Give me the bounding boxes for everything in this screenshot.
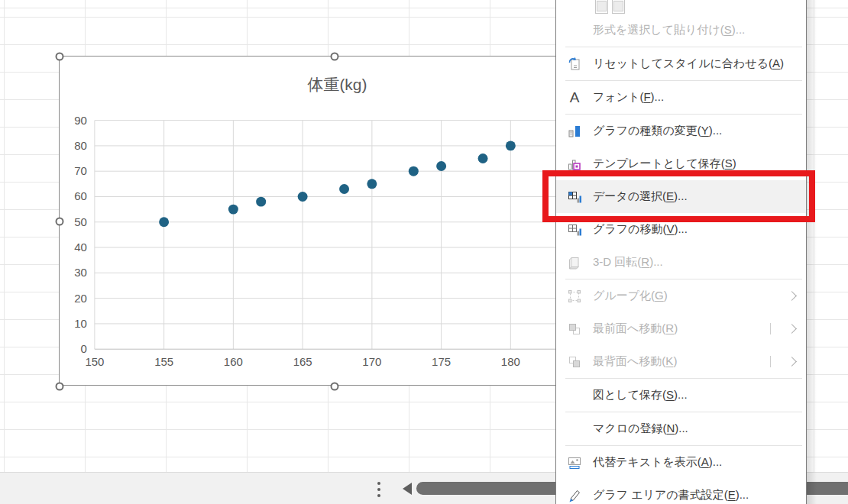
menu-item-label: 最前面へ移動(R) (593, 321, 678, 336)
rotate-3d-icon (566, 254, 583, 271)
x-tick-label: 170 (362, 355, 381, 368)
menu-item-move-chart[interactable]: グラフの移動(V)... (556, 213, 806, 246)
y-tick-label: 10 (74, 317, 87, 330)
scatter-point (478, 153, 488, 163)
scatter-point (436, 161, 446, 171)
menu-item-label: マクロの登録(N)... (593, 422, 688, 436)
excel-worksheet: 1501551601651701751800102030405060708090… (0, 0, 848, 504)
move-chart-icon (566, 221, 583, 238)
submenu-chevron-icon (787, 324, 797, 334)
x-tick-label: 180 (501, 355, 520, 368)
chart-resize-handle-left-middle[interactable] (56, 218, 64, 226)
menu-item-font[interactable]: Aフォント(F)... (556, 81, 806, 114)
y-tick-label: 0 (81, 342, 87, 355)
menu-item-bring-to-front: 最前面へ移動(R) (556, 312, 806, 345)
save-template-icon (566, 156, 583, 173)
empty-icon (566, 22, 583, 39)
scatter-point (409, 166, 419, 176)
menu-item-save-as-template[interactable]: テンプレートとして保存(S) (556, 147, 806, 180)
send-to-back-icon (566, 354, 583, 370)
menu-item-label: グラフ エリアの書式設定(E)... (593, 488, 749, 502)
group-icon (566, 288, 583, 305)
menu-item-label: 形式を選択して貼り付け(S)... (593, 23, 745, 37)
menu-item-label: リセットしてスタイルに合わせる(A) (593, 57, 784, 71)
y-tick-label: 60 (74, 189, 87, 202)
menu-item-group: グループ化(G) (556, 279, 806, 312)
alt-text-icon (566, 454, 583, 471)
menu-item-label: 3-D 回転(R)... (593, 255, 663, 270)
x-tick-label: 165 (293, 355, 312, 368)
scatter-point (256, 197, 266, 207)
scrollbar-splitter-grip-icon[interactable] (377, 482, 380, 497)
chart-resize-handle-bottom-middle[interactable] (331, 383, 339, 391)
context-menu: 形式を選択して貼り付け(S)...リセットしてスタイルに合わせる(A)Aフォント… (555, 0, 807, 504)
chart-resize-handle-top-middle[interactable] (331, 53, 339, 61)
chart-object[interactable]: 1501551601651701751800102030405060708090… (59, 56, 609, 386)
menu-item-assign-macro[interactable]: マクロの登録(N)... (556, 412, 806, 445)
scatter-point (506, 141, 516, 150)
x-tick-label: 175 (432, 355, 451, 368)
y-tick-label: 40 (74, 241, 87, 254)
menu-item-change-chart-type[interactable]: グラフの種類の変更(Y)... (556, 115, 806, 147)
x-tick-label: 160 (224, 355, 243, 368)
menu-item-label: グラフの種類の変更(Y)... (593, 124, 722, 138)
scatter-point (298, 192, 308, 202)
menu-item-label: グループ化(G) (593, 289, 668, 303)
reset-style-icon (566, 56, 583, 73)
submenu-chevron-icon (787, 291, 797, 301)
paste-option-icon[interactable] (595, 0, 608, 14)
y-tick-label: 80 (74, 139, 87, 152)
menu-item-paste-special: 形式を選択して貼り付け(S)... (556, 14, 806, 47)
scatter-point (228, 205, 238, 215)
svg-text:A: A (570, 89, 580, 105)
submenu-divider (770, 356, 771, 367)
change-chart-type-icon (566, 123, 583, 140)
scatter-point (367, 179, 377, 189)
y-tick-label: 20 (74, 292, 87, 305)
y-tick-label: 30 (74, 266, 87, 279)
menu-item-label: 代替テキストを表示(A)... (593, 455, 722, 470)
menu-item-label: フォント(F)... (593, 90, 664, 105)
select-data-icon (566, 189, 583, 205)
menu-item-alt-text[interactable]: 代替テキストを表示(A)... (556, 446, 806, 479)
submenu-chevron-icon (787, 357, 797, 367)
menu-item-3d-rotation: 3-D 回転(R)... (556, 246, 806, 279)
y-tick-label: 50 (74, 215, 87, 228)
bring-to-front-icon (566, 321, 583, 338)
chart-resize-handle-top-left[interactable] (56, 53, 64, 61)
format-chart-area-icon (566, 487, 583, 504)
menu-item-save-as-picture[interactable]: 図として保存(S)... (556, 379, 806, 412)
menu-item-send-to-back: 最背面へ移動(K) (556, 345, 806, 378)
menu-item-select-data[interactable]: データの選択(E)... (556, 180, 806, 213)
chart-resize-handle-bottom-left[interactable] (56, 383, 64, 391)
y-tick-label: 70 (74, 164, 87, 177)
font-icon: A (566, 89, 583, 106)
scatter-point (339, 184, 349, 194)
scroll-left-arrow-icon[interactable] (403, 483, 412, 495)
menu-item-label: テンプレートとして保存(S) (593, 157, 736, 171)
menu-item-paste-options[interactable] (556, 0, 806, 14)
y-tick-label: 90 (74, 114, 87, 127)
menu-item-label: 最背面へ移動(K) (593, 354, 677, 369)
scatter-point (159, 217, 169, 227)
menu-item-format-chart-area[interactable]: グラフ エリアの書式設定(E)... (556, 479, 806, 504)
x-tick-label: 150 (85, 355, 104, 368)
x-tick-label: 155 (154, 355, 173, 368)
menu-item-label: 図として保存(S)... (593, 388, 688, 402)
menu-item-reset-to-match-style[interactable]: リセットしてスタイルに合わせる(A) (556, 47, 806, 80)
scatter-chart: 1501551601651701751800102030405060708090… (60, 57, 608, 385)
submenu-divider (770, 323, 771, 334)
empty-icon (566, 421, 583, 438)
chart-title: 体重(kg) (307, 76, 367, 93)
menu-item-label: グラフの移動(V)... (593, 222, 688, 237)
empty-icon (566, 387, 583, 404)
paste-option-icon[interactable] (612, 0, 625, 14)
menu-item-label: データの選択(E)... (593, 189, 688, 204)
